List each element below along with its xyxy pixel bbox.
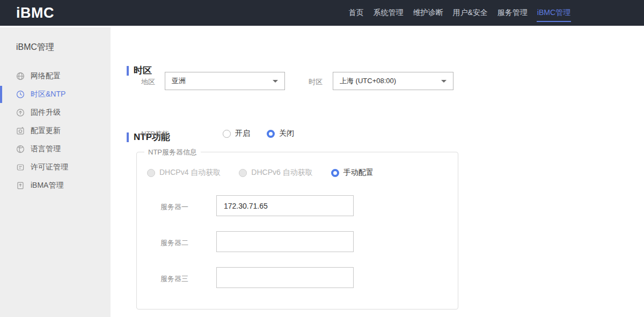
radio-ntp-off[interactable]: 关闭 <box>267 129 294 138</box>
ntp-server-info-legend: NTP服务器信息 <box>144 148 201 157</box>
radio-label: 手动配置 <box>343 168 374 178</box>
sidebar: iBMC管理 网络配置 时区&NTP 固件升 <box>0 27 111 317</box>
sidebar-item-label: 许可证管理 <box>31 163 68 172</box>
sidebar-item-network-config[interactable]: 网络配置 <box>0 67 111 85</box>
upgrade-icon <box>16 108 25 117</box>
radio-dhcpv6-auto[interactable]: DHCPv6 自动获取 <box>239 168 312 178</box>
license-icon <box>16 163 25 172</box>
sidebar-item-license-management[interactable]: 许可证管理 <box>0 158 111 176</box>
radio-ntp-on[interactable]: 开启 <box>223 129 250 138</box>
server-one-input[interactable] <box>216 195 354 216</box>
radio-circle-icon <box>239 169 247 177</box>
radio-circle-icon <box>267 130 275 138</box>
ntp-enable-radio-group: 开启 关闭 <box>223 129 294 138</box>
sidebar-item-ibma-management[interactable]: iBMA管理 <box>0 176 111 195</box>
radio-label: 开启 <box>235 129 250 138</box>
region-select-value: 亚洲 <box>172 76 186 86</box>
timezone-select[interactable]: 上海 (UTC+08:00) <box>333 72 453 90</box>
top-navigation: 首页 系统管理 维护诊断 用户&安全 服务管理 iBMC管理 <box>343 0 575 26</box>
radio-manual-config[interactable]: 手动配置 <box>331 168 374 178</box>
server-one-label: 服务器一 <box>160 202 188 212</box>
top-navbar: iBMC 首页 系统管理 维护诊断 用户&安全 服务管理 iBMC管理 <box>0 0 644 26</box>
nav-item-ibmc-management[interactable]: iBMC管理 <box>532 0 575 26</box>
timezone-select-value: 上海 (UTC+08:00) <box>340 76 396 86</box>
ibmc-logo: iBMC <box>16 5 54 21</box>
config-update-icon <box>16 127 25 135</box>
chevron-down-icon <box>273 80 278 83</box>
chevron-down-icon <box>441 80 447 83</box>
radio-circle-icon <box>147 169 155 177</box>
server-two-label: 服务器二 <box>160 238 188 248</box>
language-icon <box>16 145 25 153</box>
radio-circle-icon <box>223 130 231 138</box>
sidebar-item-label: 语言管理 <box>31 144 61 154</box>
sidebar-item-label: iBMA管理 <box>31 181 63 190</box>
timezone-section-header: 时区 <box>127 64 152 77</box>
nav-item-service-management[interactable]: 服务管理 <box>493 0 532 26</box>
sidebar-item-config-update[interactable]: 配置更新 <box>0 122 111 140</box>
radio-label: DHCPv4 自动获取 <box>159 168 221 178</box>
sidebar-item-label: 时区&NTP <box>31 90 65 99</box>
ntp-server-mode-radio-group: DHCPv4 自动获取 DHCPv6 自动获取 手动配置 <box>147 168 374 178</box>
sidebar-menu: 网络配置 时区&NTP 固件升级 配置更 <box>0 67 111 195</box>
sidebar-item-label: 网络配置 <box>31 71 61 81</box>
server-three-input[interactable] <box>216 267 354 288</box>
radio-label: 关闭 <box>279 129 294 138</box>
section-accent-bar <box>127 66 129 76</box>
package-icon <box>16 181 25 190</box>
radio-dhcpv4-auto[interactable]: DHCPv4 自动获取 <box>147 168 221 178</box>
nav-item-user-security[interactable]: 用户&安全 <box>448 0 492 26</box>
section-accent-bar <box>127 132 129 142</box>
globe-icon <box>16 72 25 80</box>
radio-label: DHCPv6 自动获取 <box>251 168 312 178</box>
nav-item-home[interactable]: 首页 <box>343 0 368 26</box>
timezone-section-title: 时区 <box>134 64 152 77</box>
timezone-label: 时区 <box>309 77 323 87</box>
nav-item-maintenance-diagnosis[interactable]: 维护诊断 <box>408 0 448 26</box>
sidebar-item-firmware-upgrade[interactable]: 固件升级 <box>0 104 111 122</box>
main-content: 时区 地区 亚洲 时区 上海 (UTC+08:00) NTP功能 NTP使能 开… <box>111 27 644 317</box>
server-three-label: 服务器三 <box>160 274 188 284</box>
nav-item-system-management[interactable]: 系统管理 <box>368 0 408 26</box>
ntp-enable-label: NTP使能 <box>141 129 169 139</box>
sidebar-item-language-management[interactable]: 语言管理 <box>0 140 111 158</box>
region-select[interactable]: 亚洲 <box>165 72 285 90</box>
radio-circle-icon <box>331 169 339 177</box>
ntp-server-info-group: NTP服务器信息 DHCPv4 自动获取 DHCPv6 自动获取 手动配置 服务… <box>136 152 458 309</box>
sidebar-item-timezone-ntp[interactable]: 时区&NTP <box>0 85 111 104</box>
clock-icon <box>16 90 25 99</box>
sidebar-item-label: 固件升级 <box>31 108 61 117</box>
sidebar-item-label: 配置更新 <box>31 126 61 136</box>
region-label: 地区 <box>141 77 155 87</box>
server-two-input[interactable] <box>216 231 354 252</box>
sidebar-title: iBMC管理 <box>16 42 111 53</box>
